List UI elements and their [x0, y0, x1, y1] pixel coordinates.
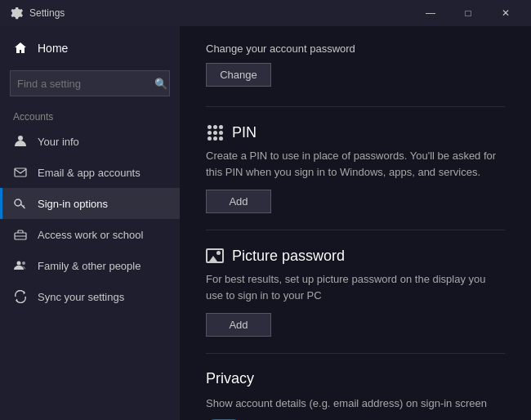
access-work-school-label: Access work or school — [38, 229, 143, 241]
divider-1 — [206, 106, 505, 107]
minimize-button[interactable]: — — [412, 0, 449, 26]
app-body: Home 🔍 Accounts Your info Em — [0, 26, 531, 420]
picture-password-heading: Picture password — [206, 247, 505, 265]
privacy-title: Privacy — [206, 370, 505, 387]
sidebar-home-button[interactable]: Home — [0, 33, 180, 64]
sidebar: Home 🔍 Accounts Your info Em — [0, 26, 180, 420]
home-label: Home — [38, 42, 68, 55]
sync-icon — [13, 289, 28, 304]
search-icon: 🔍 — [154, 78, 167, 90]
title-bar: Settings — □ ✕ — [0, 0, 531, 26]
sidebar-item-access-work-school[interactable]: Access work or school — [0, 219, 180, 250]
search-input[interactable] — [17, 78, 154, 90]
title-bar-left: Settings — [10, 7, 65, 20]
sidebar-item-email-accounts[interactable]: Email & app accounts — [0, 157, 180, 188]
person-icon — [13, 134, 28, 149]
content-section: Change your account password Change PIN — [206, 26, 505, 420]
svg-point-2 — [15, 199, 21, 206]
sidebar-item-sync-settings[interactable]: Sync your settings — [0, 281, 180, 312]
pin-add-button[interactable]: Add — [206, 190, 271, 213]
picture-password-section: Picture password For best results, set u… — [206, 247, 505, 337]
search-box[interactable]: 🔍 — [10, 70, 170, 96]
sign-in-options-label: Sign-in options — [38, 198, 108, 210]
pin-section: PIN Create a PIN to use in place of pass… — [206, 123, 505, 213]
your-info-label: Your info — [38, 136, 79, 148]
change-password-button[interactable]: Change — [206, 63, 271, 87]
family-other-people-label: Family & other people — [38, 260, 141, 272]
svg-point-5 — [22, 261, 25, 265]
content-area: Change your account password Change PIN — [180, 26, 531, 420]
picture-password-description: For best results, set up picture passwor… — [206, 271, 505, 303]
sync-settings-label: Sync your settings — [38, 291, 124, 303]
key-icon — [13, 196, 28, 211]
pin-heading: PIN — [206, 123, 505, 141]
group-icon — [13, 258, 28, 273]
privacy-description: Show account details (e.g. email address… — [206, 397, 505, 409]
sidebar-item-sign-in-options[interactable]: Sign-in options — [0, 188, 180, 219]
title-bar-controls: — □ ✕ — [412, 0, 524, 26]
settings-app-icon — [10, 7, 23, 20]
title-bar-title: Settings — [29, 7, 65, 19]
briefcase-icon — [13, 227, 28, 242]
sidebar-item-family-other-people[interactable]: Family & other people — [0, 250, 180, 281]
pin-title: PIN — [232, 124, 257, 141]
picture-password-title: Picture password — [232, 248, 345, 265]
sidebar-item-your-info[interactable]: Your info — [0, 126, 180, 157]
privacy-section: Privacy Show account details (e.g. email… — [206, 370, 505, 420]
home-icon — [13, 41, 28, 56]
svg-rect-1 — [15, 168, 26, 176]
pin-description: Create a PIN to use in place of password… — [206, 148, 505, 180]
svg-point-4 — [17, 261, 21, 266]
divider-2 — [206, 230, 505, 230]
change-password-label: Change your account password — [206, 42, 505, 55]
email-accounts-label: Email & app accounts — [38, 167, 141, 179]
change-password-section: Change your account password Change — [206, 42, 505, 87]
picture-password-add-button[interactable]: Add — [206, 313, 271, 337]
svg-point-0 — [18, 136, 23, 141]
picture-password-icon — [206, 247, 224, 265]
email-icon — [13, 165, 28, 180]
divider-3 — [206, 353, 505, 354]
maximize-button[interactable]: □ — [449, 0, 487, 26]
pin-icon — [206, 123, 224, 141]
close-button[interactable]: ✕ — [487, 0, 524, 26]
accounts-section-label: Accounts — [0, 103, 180, 126]
